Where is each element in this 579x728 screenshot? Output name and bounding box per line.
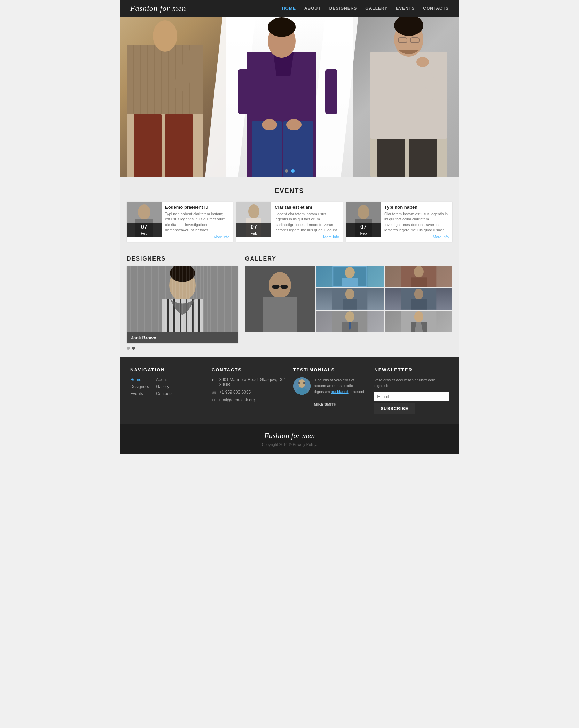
footer-link-about[interactable]: About [156, 377, 172, 382]
svg-rect-36 [377, 139, 405, 177]
newsletter-subscribe-button[interactable]: SUBSCRIBE [374, 403, 415, 414]
contact-email: mail@demolink.org [219, 397, 255, 402]
footer-testimonials-col: TESTIMONIALS "Facilisis at vero eros et … [293, 367, 368, 414]
designers-title: DESIGNERS [127, 256, 238, 262]
designer-dots [127, 347, 238, 350]
event-card-3: 07 Feb Typi non haben Claritatem instam … [346, 202, 452, 242]
nav-events[interactable]: EVENTS [396, 6, 415, 11]
svg-rect-89 [303, 382, 305, 384]
footer-nav-col: NAVIGATION Home Designers Events About G… [130, 367, 205, 414]
svg-point-77 [345, 311, 354, 322]
gallery-thumb-6[interactable] [385, 311, 453, 332]
svg-point-74 [414, 289, 423, 299]
nav-about[interactable]: ABOUT [304, 6, 321, 11]
event-desc-2: Habent claritatem instam usus legentis i… [275, 211, 339, 233]
gallery-thumb-5[interactable] [316, 311, 384, 332]
event-thumb-1: 07 Feb [127, 202, 162, 237]
hero-man-right [370, 17, 447, 177]
svg-rect-24 [325, 69, 337, 114]
svg-point-65 [345, 267, 355, 278]
nav-designers[interactable]: DESIGNERS [329, 6, 357, 11]
svg-point-58 [269, 272, 291, 299]
site-footer: NAVIGATION Home Designers Events About G… [120, 357, 459, 454]
gallery-thumb-1[interactable] [316, 266, 384, 287]
footer-link-home[interactable]: Home [130, 377, 149, 382]
hero-slider [120, 17, 459, 177]
event-card-2: 07 Feb Claritas est etiam Habent clarita… [236, 202, 343, 242]
gallery-thumb-2[interactable] [385, 266, 453, 287]
hero-figures-svg [120, 17, 459, 177]
designer-card: Jack Brown [127, 266, 238, 343]
events-section: EVENTS 07 Feb Eodemo praesent lu [120, 177, 459, 249]
footer-newsletter-title: NEWSLETTER [374, 367, 449, 372]
gallery-large-image[interactable] [245, 266, 315, 332]
contact-address: 8901 Marmora Road, Glasgow, D04 89GR [219, 377, 286, 387]
contact-phone: +1 959 603 6035 [219, 390, 251, 395]
event-more-3[interactable]: More info [384, 235, 449, 239]
svg-rect-37 [409, 139, 437, 177]
svg-rect-12 [134, 114, 162, 177]
svg-rect-69 [411, 277, 426, 287]
gallery-thumb-3[interactable] [316, 288, 384, 310]
gallery-grid [316, 266, 452, 332]
svg-rect-47 [127, 266, 238, 332]
nav-contacts[interactable]: CONTACTS [423, 6, 449, 11]
event-date-3: 07 Feb [346, 223, 381, 237]
testimonial-avatar [293, 377, 311, 395]
events-title: EVENTS [120, 187, 459, 195]
nav-gallery[interactable]: GALLERY [365, 6, 388, 11]
footer-testimonials-title: TESTIMONIALS [293, 367, 368, 372]
mid-section: DESIGNERS [120, 249, 459, 357]
nav-home[interactable]: HOME [282, 6, 296, 11]
contact-phone-item: ☏ +1 959 603 6035 [212, 390, 286, 395]
gallery-main [245, 266, 452, 332]
event-card-1: 07 Feb Eodemo praesent lu Typi non haben… [127, 202, 233, 242]
event-more-1[interactable]: More info [165, 235, 229, 239]
events-grid: 07 Feb Eodemo praesent lu Typi non haben… [120, 202, 459, 242]
email-icon: ✉ [212, 398, 217, 402]
svg-point-48 [169, 270, 196, 301]
svg-rect-72 [343, 299, 357, 310]
event-desc-1: Typi non habent claritatem instam; est u… [165, 211, 229, 233]
testimonial-text-area: "Facilisis at vero eros et accumsan et i… [314, 377, 368, 406]
event-title-2: Claritas est etiam [275, 204, 339, 210]
event-info-2: Claritas est etiam Habent claritatem ins… [271, 202, 343, 242]
svg-rect-23 [238, 69, 250, 114]
designer-dot-1[interactable] [127, 347, 130, 350]
phone-icon: ☏ [212, 390, 217, 395]
gallery-thumb-4[interactable] [385, 288, 453, 310]
hero-man-left [127, 20, 203, 177]
svg-rect-75 [411, 299, 426, 310]
gallery-column: GALLERY [245, 256, 452, 350]
svg-point-71 [345, 289, 354, 299]
svg-rect-61 [281, 285, 288, 289]
footer-nav-row: Home Designers Events About Gallery Cont… [130, 377, 205, 398]
svg-rect-20 [283, 121, 313, 177]
newsletter-email-input[interactable] [374, 392, 449, 401]
location-icon: ● [212, 378, 217, 382]
footer-link-gallery[interactable]: Gallery [156, 384, 172, 389]
event-date-2: 07 Feb [236, 223, 271, 237]
svg-rect-50 [162, 299, 203, 332]
designer-image [127, 266, 238, 332]
designer-name: Jack Brown [127, 332, 238, 343]
svg-point-25 [262, 119, 277, 130]
footer-link-events[interactable]: Events [130, 391, 149, 396]
hero-dot-1[interactable] [285, 169, 288, 173]
footer-link-contacts[interactable]: Contacts [156, 391, 172, 396]
event-thumb-2: 07 Feb [236, 202, 271, 237]
footer-grid: NAVIGATION Home Designers Events About G… [130, 367, 449, 424]
testimonial-link[interactable]: qui blandit [331, 389, 348, 394]
designer-dot-2[interactable] [132, 347, 135, 350]
site-logo: Fashion for men [130, 4, 186, 13]
hero-dot-2[interactable] [291, 169, 295, 173]
event-more-2[interactable]: More info [275, 235, 339, 239]
footer-link-designers[interactable]: Designers [130, 384, 149, 389]
footer-contacts-col: CONTACTS ● 8901 Marmora Road, Glasgow, D… [212, 367, 286, 414]
footer-newsletter-col: NEWSLETTER Vero eros et accumsan et iust… [374, 367, 449, 414]
event-title-1: Eodemo praesent lu [165, 204, 229, 210]
svg-rect-66 [342, 278, 358, 287]
footer-nav-title: NAVIGATION [130, 367, 205, 372]
svg-point-68 [414, 266, 423, 277]
testimonial-content: "Facilisis at vero eros et accumsan et i… [293, 377, 368, 406]
